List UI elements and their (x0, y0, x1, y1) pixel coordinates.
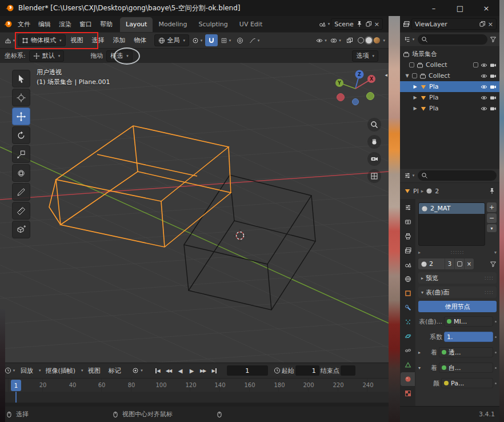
tool-cursor[interactable] (12, 89, 30, 106)
maximize-button[interactable]: □ (447, 0, 473, 16)
menu-add[interactable]: 添加 (110, 35, 129, 46)
viewport-3d[interactable]: 用户透视 (1) 场景集合 | Plane.001 (0, 63, 389, 363)
minimize-button[interactable]: – (421, 0, 447, 16)
shader-field-1[interactable]: 透... (439, 347, 493, 357)
expand-arrow-icon[interactable]: ▼ (405, 73, 410, 78)
properties-editor-type-button[interactable]: ▾ (403, 170, 415, 182)
tab-texture[interactable] (401, 387, 415, 400)
visibility-dropdown[interactable]: ▾ (315, 34, 327, 46)
tab-output[interactable] (401, 229, 415, 243)
expand-arrow-icon[interactable]: ▶ (413, 106, 418, 111)
specials-funnel-icon[interactable] (490, 261, 497, 268)
outliner-row-object[interactable]: ▶ Pla (400, 103, 499, 114)
gizmo-neg-y-ball[interactable] (367, 93, 374, 100)
properties-search-input[interactable] (418, 170, 497, 181)
tab-particles[interactable] (401, 315, 415, 329)
drag-grip[interactable]: :::: (485, 289, 494, 295)
tab-uvedit[interactable]: UV Edit (234, 17, 268, 32)
object-icon[interactable] (404, 188, 411, 194)
users-count-button[interactable]: 3 (445, 258, 454, 269)
tab-modifiers[interactable] (401, 301, 415, 314)
blender-logo-icon[interactable] (3, 19, 13, 29)
tab-modeling[interactable]: Modeling (153, 17, 193, 32)
overlays-dropdown[interactable]: ▾ (329, 34, 342, 46)
shading-wireframe-icon[interactable] (358, 37, 364, 43)
add-slot-button[interactable]: + (487, 202, 497, 212)
animate-dot-icon[interactable] (495, 336, 497, 338)
editor-type-button[interactable]: ▾ (3, 34, 16, 46)
tool-scale[interactable] (12, 145, 30, 163)
outliner-editor-type-button[interactable]: ▾ (403, 34, 415, 46)
timeline-tracks[interactable] (0, 392, 389, 407)
zoom-button[interactable] (367, 118, 381, 132)
pin-icon[interactable] (356, 21, 363, 27)
outliner-row-object[interactable]: ▶ Pla (400, 92, 499, 103)
selectable-checkbox[interactable] (473, 62, 478, 67)
menu-keying[interactable]: 抠像(插帧) (42, 365, 79, 376)
scene-icon[interactable] (319, 21, 326, 27)
jump-to-end-button[interactable]: ▶ (209, 365, 220, 376)
material-sphere-icon[interactable] (426, 188, 433, 194)
tab-tool[interactable] (401, 201, 415, 214)
unlink-material-button[interactable]: × (464, 258, 474, 269)
camera-view-button[interactable] (367, 152, 381, 166)
outliner-row-collection[interactable]: Collect (400, 59, 499, 70)
camera-icon[interactable] (490, 105, 497, 112)
coord-dropdown[interactable]: 默认 ▾ (29, 50, 65, 62)
animate-dot-icon[interactable] (495, 383, 497, 384)
play-reverse-button[interactable]: ◀ (175, 365, 186, 376)
menu-help[interactable]: 帮助 (96, 18, 117, 30)
tab-layout[interactable]: Layout (120, 17, 153, 32)
scene-field[interactable]: Scene × (331, 18, 383, 30)
gizmo-neg-x-ball[interactable] (337, 94, 345, 101)
use-nodes-button[interactable]: 使用节点 (418, 301, 497, 312)
shader-field-2[interactable]: 自... (439, 363, 493, 373)
wireframe-box-unselected[interactable] (184, 175, 315, 310)
shading-material-icon[interactable] (374, 37, 380, 43)
tab-object-data[interactable] (401, 358, 415, 372)
jump-to-start-button[interactable]: ◀ (152, 365, 163, 376)
menu-edit[interactable]: 编辑 (34, 18, 55, 30)
eye-icon[interactable] (481, 83, 487, 90)
remove-layer-icon[interactable]: × (488, 21, 493, 28)
tool-annotate[interactable] (12, 183, 30, 201)
tab-view-layer[interactable] (401, 244, 415, 257)
gizmo-neg-z-ball[interactable] (353, 99, 359, 105)
sidebar-collapse-arrow[interactable]: ◂ (385, 72, 387, 78)
ortho-toggle-button[interactable] (367, 169, 381, 183)
xray-toggle[interactable] (343, 34, 356, 46)
camera-icon[interactable] (490, 94, 497, 101)
outliner-row-collection[interactable]: ▼ Collect (400, 70, 499, 81)
chevron-down-icon[interactable]: ▾ (81, 368, 83, 373)
exclude-checkbox[interactable] (409, 62, 414, 67)
new-layer-icon[interactable] (479, 21, 486, 27)
drag-grip[interactable]: :::: (485, 275, 494, 281)
proportional-edit-toggle[interactable] (234, 34, 246, 46)
fake-user-button[interactable] (454, 258, 464, 269)
chevron-down-icon[interactable]: ▾ (328, 22, 330, 26)
start-frame-field[interactable]: 1 (295, 365, 319, 376)
menu-file[interactable]: 文件 (14, 18, 34, 30)
eye-icon[interactable] (481, 105, 487, 112)
tool-measure[interactable] (12, 202, 30, 220)
orientation-dropdown[interactable]: 全局 ▾ (154, 34, 190, 46)
camera-icon[interactable] (490, 73, 497, 79)
end-frame-field[interactable] (341, 365, 355, 376)
outliner-search-input[interactable] (418, 34, 487, 45)
expand-arrow-icon[interactable]: ▸ (418, 350, 421, 355)
filter-funnel-icon[interactable] (490, 36, 497, 43)
material-datablock-field[interactable]: 2 (418, 258, 445, 269)
next-keyframe-button[interactable]: ▶▶ (198, 365, 209, 376)
expand-arrow-icon[interactable]: ▾ (418, 365, 421, 371)
tab-render[interactable] (401, 215, 415, 229)
pivot-dropdown[interactable]: ▾ (191, 34, 203, 46)
tab-sculpting[interactable]: Sculpting (193, 17, 233, 32)
factor-slider[interactable]: 1. (444, 332, 493, 342)
play-button[interactable]: ▶ (186, 365, 197, 376)
tool-select-box[interactable] (12, 70, 30, 87)
menu-view[interactable]: 视图 (85, 365, 104, 376)
exclude-checkbox[interactable] (412, 73, 417, 78)
tool-move[interactable] (12, 108, 30, 125)
tab-material[interactable] (401, 372, 415, 386)
tab-object[interactable] (401, 286, 415, 300)
